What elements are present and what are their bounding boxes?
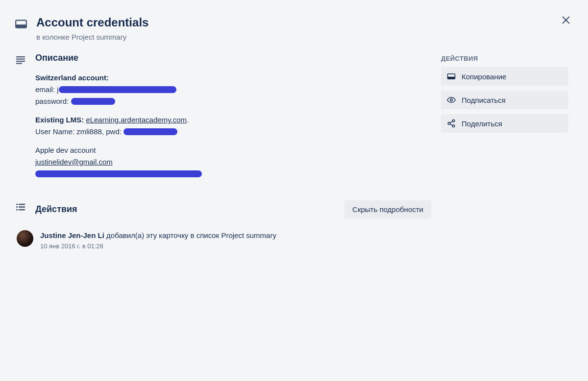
activity-author[interactable]: Justine Jen-Jen Li xyxy=(40,231,104,239)
activity-heading: Действия xyxy=(35,204,77,214)
svg-rect-5 xyxy=(16,59,25,60)
sidebar: ДЕЙСТВИЯ Копирование Подписаться Поделит… xyxy=(441,10,568,250)
svg-line-20 xyxy=(450,121,452,123)
svg-line-21 xyxy=(450,124,452,125)
activity-timestamp: 10 янв 2016 г. в 01:28 xyxy=(40,242,276,250)
activity-action: добавил(а) эту карточку в список Project… xyxy=(104,231,276,239)
svg-point-16 xyxy=(450,99,453,101)
card-icon xyxy=(447,72,456,81)
desc-ch-title: Switzerland account: xyxy=(35,73,109,82)
desc-apple-title: Apple dev account xyxy=(35,146,96,154)
activity-section: Действия Скрыть подробности xyxy=(15,200,431,218)
desc-apple-email[interactable]: justinelidev@gmail.com xyxy=(35,158,113,166)
share-button[interactable]: Поделиться xyxy=(441,114,568,133)
svg-point-19 xyxy=(452,125,455,127)
redacted-strip xyxy=(71,98,115,105)
copy-label: Копирование xyxy=(462,72,506,81)
description-heading: Описание xyxy=(35,53,431,63)
svg-rect-6 xyxy=(16,61,25,62)
svg-rect-15 xyxy=(448,77,455,79)
svg-rect-8 xyxy=(16,204,18,205)
svg-rect-10 xyxy=(16,207,18,208)
redacted-strip xyxy=(59,86,176,93)
svg-rect-7 xyxy=(16,63,22,64)
card-header: Account credentials в колонке Project su… xyxy=(15,10,431,53)
description-section: Описание Switzerland account: email: j p… xyxy=(15,53,431,187)
close-icon xyxy=(561,15,571,25)
close-button[interactable] xyxy=(558,12,574,30)
redacted-strip xyxy=(123,128,177,135)
desc-lms-line2: User Name: zmli888, pwd: xyxy=(35,127,123,136)
avatar[interactable] xyxy=(17,230,33,247)
subscribe-button[interactable]: Подписаться xyxy=(441,91,568,109)
description-content[interactable]: Switzerland account: email: j password: … xyxy=(35,72,431,180)
svg-rect-12 xyxy=(16,209,18,211)
desc-password-label: password: xyxy=(35,97,71,105)
svg-point-18 xyxy=(448,122,450,125)
hide-details-button[interactable]: Скрыть подробности xyxy=(344,200,431,218)
svg-rect-4 xyxy=(16,56,25,57)
activity-item: Justine Jen-Jen Li добавил(а) эту карточ… xyxy=(17,230,431,250)
desc-lms-link[interactable]: eLearning.ardentacademy.com xyxy=(86,116,187,124)
card-icon xyxy=(15,15,27,32)
share-label: Поделиться xyxy=(462,119,502,128)
desc-email-label: email: xyxy=(35,85,57,94)
activity-text: Justine Jen-Jen Li добавил(а) эту карточ… xyxy=(40,230,276,241)
desc-lms-title: Existing LMS: xyxy=(35,116,84,124)
svg-point-17 xyxy=(452,120,455,122)
copy-button[interactable]: Копирование xyxy=(441,67,568,86)
description-icon xyxy=(15,53,26,68)
activity-icon xyxy=(15,200,26,215)
sidebar-title: ДЕЙСТВИЯ xyxy=(441,55,568,62)
svg-rect-13 xyxy=(19,209,25,211)
card-subtitle: в колонке Project summary xyxy=(36,33,148,41)
svg-rect-3 xyxy=(16,24,26,28)
subscribe-label: Подписаться xyxy=(462,96,506,104)
svg-rect-9 xyxy=(19,204,25,205)
redacted-strip xyxy=(35,170,202,177)
eye-icon xyxy=(447,95,456,104)
card-title[interactable]: Account credentials xyxy=(36,15,148,30)
list-link[interactable]: Project summary xyxy=(72,33,127,41)
share-icon xyxy=(447,119,456,128)
svg-rect-11 xyxy=(19,207,25,208)
